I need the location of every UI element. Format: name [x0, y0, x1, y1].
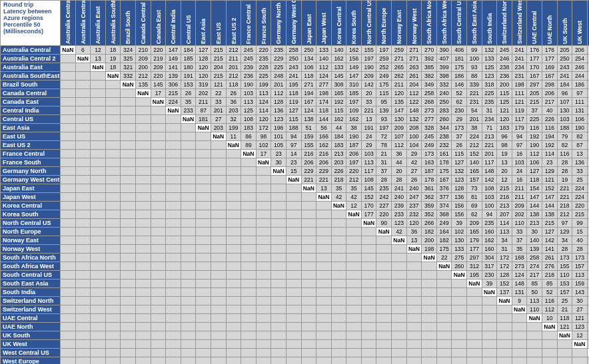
empty-cell [61, 331, 76, 340]
empty-cell [181, 176, 196, 184]
value-cell: 339 [467, 81, 482, 89]
empty-cell [241, 236, 257, 245]
value-cell: 165 [467, 167, 482, 176]
value-cell: 240 [406, 184, 422, 193]
value-cell: 118 [301, 72, 316, 81]
empty-cell [241, 228, 257, 236]
empty-cell [151, 236, 166, 245]
empty-cell [512, 357, 527, 365]
value-cell: 170 [361, 202, 376, 210]
empty-cell [181, 254, 196, 262]
value-cell: 160 [482, 245, 497, 254]
col-head-15: Germany West Central [286, 1, 301, 46]
value-cell: 112 [271, 89, 287, 98]
value-cell: 33 [512, 228, 527, 236]
empty-cell [181, 314, 196, 323]
empty-cell [346, 271, 362, 279]
empty-cell [256, 236, 271, 245]
table-row: East USNaN118698101941591661841902472107… [1, 132, 590, 141]
empty-cell [467, 340, 482, 349]
empty-cell [151, 305, 166, 314]
col-head-8: Central US [181, 1, 196, 46]
empty-cell [256, 245, 271, 254]
value-cell: 149 [166, 55, 181, 63]
empty-cell [61, 305, 76, 314]
empty-cell [376, 331, 392, 340]
col-head-7: Central India [166, 1, 181, 46]
empty-cell [181, 236, 196, 245]
empty-cell [91, 314, 106, 323]
empty-cell [482, 305, 497, 314]
value-cell: 217 [542, 98, 558, 106]
value-cell: 134 [301, 55, 316, 63]
value-cell: 113 [497, 228, 512, 236]
empty-cell [271, 254, 287, 262]
empty-cell [226, 271, 241, 279]
value-cell: 221 [316, 176, 332, 184]
empty-cell [286, 271, 301, 279]
empty-cell [105, 254, 121, 262]
empty-cell [61, 314, 76, 323]
empty-cell [452, 314, 467, 323]
empty-cell [166, 254, 181, 262]
empty-cell [436, 288, 452, 297]
empty-cell [91, 288, 106, 297]
empty-cell [361, 279, 376, 288]
value-cell: 197 [361, 55, 376, 63]
value-cell: 271 [392, 55, 407, 63]
value-cell: 50 [527, 288, 542, 297]
empty-cell [135, 210, 151, 219]
table-row: Canada CentralNaN17215262022226103113112… [1, 89, 590, 98]
value-cell: 232 [436, 141, 452, 150]
value-cell: 33 [361, 98, 376, 106]
value-cell: 352 [422, 210, 437, 219]
empty-cell [256, 202, 271, 210]
value-cell: 211 [512, 184, 527, 193]
value-cell: 187 [422, 167, 437, 176]
value-cell: 198 [512, 81, 527, 89]
table-row: France SouthNaN3023206206203197113314442… [1, 158, 590, 167]
value-cell: 245 [241, 46, 257, 55]
value-cell: 276 [542, 262, 558, 271]
empty-cell [256, 279, 271, 288]
empty-cell [211, 323, 226, 331]
value-cell: 20 [392, 167, 407, 176]
value-cell: 212 [346, 176, 362, 184]
table-row: North Central USNaN901231202662493920923… [1, 219, 590, 228]
value-cell: 176 [542, 46, 558, 55]
value-cell: 56 [316, 124, 332, 132]
empty-cell [497, 331, 512, 340]
value-cell: 192 [527, 132, 542, 141]
empty-cell [166, 349, 181, 357]
value-cell: 123 [271, 115, 287, 124]
value-cell: 221 [557, 193, 572, 202]
empty-cell [316, 202, 332, 210]
value-cell: 197 [376, 124, 392, 132]
value-cell: 38 [346, 124, 362, 132]
value-cell: 225 [271, 63, 287, 72]
empty-cell [61, 132, 76, 141]
empty-cell [121, 89, 136, 98]
value-cell: 13 [572, 150, 588, 158]
value-cell: 183 [331, 141, 346, 150]
value-cell: 147 [166, 46, 181, 55]
empty-cell [151, 219, 166, 228]
value-cell: 37 [527, 106, 542, 115]
value-cell: 12 [572, 331, 588, 340]
empty-cell [497, 323, 512, 331]
empty-cell [196, 236, 211, 245]
empty-cell [105, 158, 121, 167]
value-cell: 195 [286, 81, 301, 89]
empty-cell [406, 297, 422, 305]
value-cell: 159 [301, 132, 316, 141]
value-cell: 51 [301, 124, 316, 132]
value-cell: 192 [542, 141, 558, 150]
value-cell: 138 [527, 210, 542, 219]
value-cell: 17 [151, 89, 166, 98]
value-cell: 32 [226, 115, 241, 124]
value-cell: 24 [361, 132, 376, 141]
empty-cell [151, 115, 166, 124]
value-cell: 125 [241, 106, 257, 115]
row-head: Brazil South [1, 81, 61, 89]
value-cell: 133 [452, 245, 467, 254]
